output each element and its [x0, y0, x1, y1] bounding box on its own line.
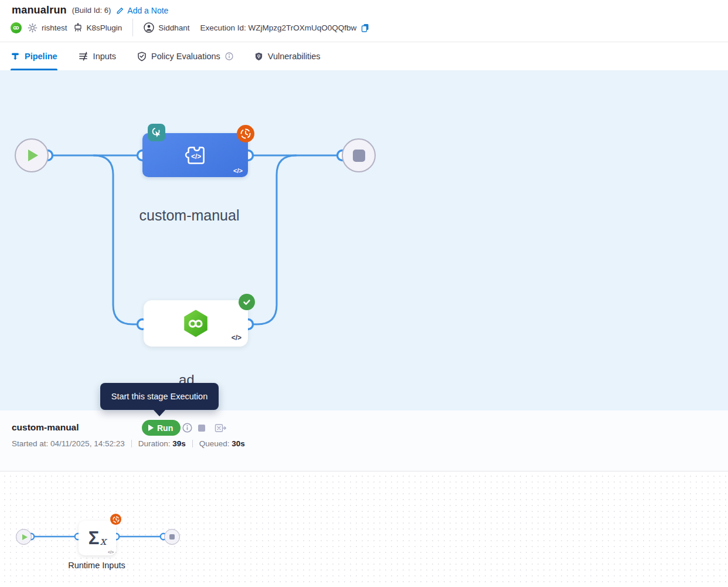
- manual-trigger-badge-icon: [148, 124, 165, 141]
- user-icon: [144, 22, 154, 33]
- pencil-icon: [116, 6, 124, 15]
- pipeline-links: [0, 70, 728, 410]
- end-node[interactable]: [342, 138, 376, 172]
- view-inputs-icon[interactable]: [215, 423, 226, 433]
- footer-stage-name: custom-manual: [12, 422, 79, 433]
- execution-inputs-canvas[interactable]: Σ x </> Runtime Inputs: [0, 471, 728, 587]
- delegate-meta[interactable]: K8sPlugin: [73, 23, 123, 32]
- stage-status-line: Started at: 04/11/2025, 14:52:23 Duratio…: [12, 439, 245, 448]
- tab-label: Pipeline: [25, 52, 57, 61]
- play-icon: [22, 534, 28, 540]
- build-id: (Build Id: 6): [72, 6, 111, 15]
- pipeline-icon: [11, 52, 20, 61]
- harness-hex-icon: [181, 309, 210, 338]
- user-name: Siddhant: [158, 23, 189, 32]
- execution-id: Execution Id: WZjMpzg2TrOXmUqO0QQfbw: [200, 23, 357, 32]
- pending-clock-badge-icon: [237, 125, 254, 142]
- sigma-x: x: [100, 534, 106, 547]
- delegate-name: K8sPlugin: [87, 23, 123, 32]
- gear-icon: [28, 23, 38, 33]
- page-title: manualrun: [12, 4, 67, 16]
- pipeline-canvas[interactable]: </> </> custom-manual ad </> Start this …: [0, 70, 728, 410]
- run-tooltip: Start this stage Execution: [100, 383, 219, 410]
- play-icon: [28, 150, 38, 161]
- queued: Queued: 30s: [199, 439, 245, 448]
- inputs-icon: [79, 52, 89, 61]
- tab-label: Inputs: [93, 52, 117, 61]
- harness-logo-icon: [11, 22, 22, 33]
- tab-label: Vulnerabilities: [268, 52, 321, 61]
- delegate-icon: [73, 23, 83, 32]
- info-icon: [225, 52, 233, 60]
- code-glyph: </>: [233, 167, 243, 174]
- stop-icon: [353, 150, 365, 162]
- header-divider: [132, 19, 133, 36]
- tab-policy-evaluations[interactable]: Policy Evaluations: [137, 42, 233, 70]
- pending-clock-badge-icon: [110, 514, 121, 525]
- success-check-badge-icon: [239, 294, 255, 310]
- stage-label[interactable]: custom-manual: [101, 207, 277, 224]
- run-play-icon: [148, 425, 154, 431]
- stop-icon: [169, 534, 175, 540]
- add-note-label: Add a Note: [127, 6, 168, 15]
- tab-vulnerabilities[interactable]: Vulnerabilities: [254, 42, 321, 70]
- mini-end-node[interactable]: [164, 529, 180, 545]
- code-glyph: </>: [108, 550, 114, 554]
- started-at: Started at: 04/11/2025, 14:52:23: [12, 439, 125, 448]
- stop-stage-icon[interactable]: [198, 425, 205, 432]
- execution-header: manualrun (Build Id: 6) Add a Note risht…: [0, 0, 728, 42]
- tab-inputs[interactable]: Inputs: [79, 42, 117, 70]
- vulnerabilities-shield-icon: [254, 52, 263, 62]
- status-separator: [131, 440, 132, 447]
- link-branch-right: [248, 155, 296, 324]
- runtime-inputs-label: Runtime Inputs: [38, 561, 155, 570]
- copy-icon[interactable]: [360, 23, 370, 33]
- link-branch-left: [94, 155, 142, 324]
- tab-label: Policy Evaluations: [151, 52, 220, 61]
- run-label: Run: [157, 423, 173, 433]
- custom-stage-icon: </>: [181, 141, 210, 170]
- execution-id-meta: Execution Id: WZjMpzg2TrOXmUqO0QQfbw: [200, 23, 370, 33]
- policy-shield-icon: [137, 52, 147, 62]
- user-meta: Siddhant: [144, 22, 189, 33]
- mini-start-node[interactable]: [16, 529, 32, 545]
- project-name: rishtest: [42, 23, 67, 32]
- project-meta[interactable]: rishtest: [28, 23, 67, 33]
- tooltip-text: Start this stage Execution: [111, 392, 207, 401]
- status-separator: [192, 440, 193, 447]
- start-node[interactable]: [15, 138, 49, 172]
- tab-pipeline[interactable]: Pipeline: [11, 42, 57, 70]
- runtime-inputs-node[interactable]: Σ x </>: [79, 521, 116, 555]
- duration: Duration: 39s: [138, 439, 186, 448]
- sigma-icon: Σ: [89, 529, 100, 547]
- svg-text:</>: </>: [191, 152, 201, 160]
- tooltip-arrow: [153, 409, 166, 416]
- run-button[interactable]: Run: [142, 420, 181, 436]
- add-note-button[interactable]: Add a Note: [116, 6, 168, 15]
- harness-step-node[interactable]: </>: [144, 300, 248, 347]
- execution-tabbar: Pipeline Inputs Policy Evaluations Vulne…: [0, 42, 728, 70]
- stage-info-icon[interactable]: [182, 423, 192, 433]
- stage-status-bar: custom-manual Run Started at: 04/11/2025…: [0, 410, 728, 471]
- code-glyph: </>: [232, 334, 241, 342]
